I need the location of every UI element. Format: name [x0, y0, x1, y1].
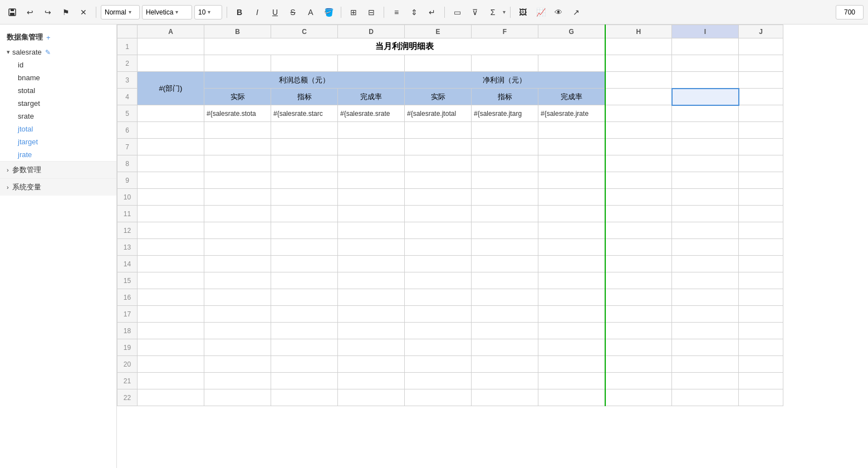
style-select[interactable]: Normal ▾: [101, 5, 140, 20]
spreadsheet-area[interactable]: A B C D E F G H I J 1 当月利润明细表: [117, 25, 868, 468]
cell-G2[interactable]: [538, 55, 605, 72]
col-header-G[interactable]: G: [538, 25, 605, 38]
field-srate[interactable]: srate: [0, 110, 116, 123]
row-num-18: 18: [117, 323, 138, 339]
cell-title[interactable]: 当月利润明细表: [204, 38, 605, 55]
field-jtotal[interactable]: jtotal: [0, 123, 116, 135]
cell-A5[interactable]: [138, 105, 204, 122]
cell-D4[interactable]: 完成率: [338, 89, 405, 105]
cell-H1[interactable]: [605, 38, 672, 55]
share-button[interactable]: ↗: [568, 4, 584, 20]
cell-E5[interactable]: #{salesrate.jtotal: [405, 105, 472, 122]
zoom-input[interactable]: [836, 5, 864, 20]
undo-button[interactable]: ↩: [22, 4, 38, 20]
wrap-button[interactable]: ↵: [424, 4, 440, 20]
align-button[interactable]: ≡: [389, 4, 404, 20]
table-row: 1 当月利润明细表: [117, 38, 783, 55]
size-label: 10: [198, 8, 205, 16]
sysvars-section[interactable]: › 系统变量: [0, 178, 116, 196]
field-bname[interactable]: bname: [0, 71, 116, 84]
cell-I1[interactable]: [672, 38, 739, 55]
eye-button[interactable]: 👁: [551, 4, 566, 20]
dataset-row[interactable]: ▾ salesrate ✎: [0, 46, 116, 58]
cell-net-profit[interactable]: 净利润（元）: [405, 72, 605, 89]
table-row: 19: [117, 339, 783, 356]
main-area: 数据集管理 + ▾ salesrate ✎ id bname stotal st…: [0, 25, 868, 468]
cell-J2[interactable]: [739, 55, 783, 72]
cell-E4[interactable]: 实际: [405, 89, 472, 105]
field-stotal[interactable]: stotal: [0, 84, 116, 97]
add-dataset-button[interactable]: +: [46, 33, 51, 42]
cell-H3[interactable]: [605, 72, 672, 89]
col-header-I[interactable]: I: [672, 25, 739, 38]
col-header-D[interactable]: D: [338, 25, 405, 38]
field-id[interactable]: id: [0, 58, 116, 71]
valign-button[interactable]: ⇕: [406, 4, 422, 20]
image-button[interactable]: 🖼: [515, 4, 531, 20]
sep1: [96, 7, 96, 18]
cell-C2[interactable]: [271, 55, 338, 72]
cell-profit-total[interactable]: 利润总额（元）: [204, 72, 405, 89]
cell-J4[interactable]: [739, 89, 783, 105]
chart-button[interactable]: 📈: [533, 4, 548, 20]
row-num-20: 20: [117, 356, 138, 373]
frame-button[interactable]: ▭: [449, 4, 465, 20]
cell-G4[interactable]: 完成率: [538, 89, 605, 105]
cell-I5[interactable]: [672, 105, 739, 122]
col-header-J[interactable]: J: [739, 25, 783, 38]
cell-J5[interactable]: [739, 105, 783, 122]
size-select[interactable]: 10 ▾: [194, 5, 222, 20]
save-button[interactable]: [4, 4, 20, 20]
field-jtarget[interactable]: jtarget: [0, 135, 116, 148]
cell-dept[interactable]: #(部门): [138, 72, 204, 105]
col-header-B[interactable]: B: [204, 25, 271, 38]
col-header-E[interactable]: E: [405, 25, 472, 38]
cell-D2[interactable]: [338, 55, 405, 72]
cell-B4[interactable]: 实际: [204, 89, 271, 105]
cell-G5[interactable]: #{salesrate.jrate: [538, 105, 605, 122]
cell-B5[interactable]: #{salesrate.stota: [204, 105, 271, 122]
strikethrough-button[interactable]: S: [285, 4, 301, 20]
cell-D5[interactable]: #{salesrate.srate: [338, 105, 405, 122]
cell-H5[interactable]: [605, 105, 672, 122]
cell-C5[interactable]: #{salesrate.starc: [271, 105, 338, 122]
cell-B2[interactable]: [204, 55, 271, 72]
fillcolor-button[interactable]: 🪣: [321, 4, 336, 20]
col-header-A[interactable]: A: [138, 25, 204, 38]
filter-button[interactable]: ⊽: [467, 4, 483, 20]
clear-button[interactable]: ✕: [76, 4, 91, 20]
cell-J3[interactable]: [739, 72, 783, 89]
cell-F5[interactable]: #{salesrate.jtarg: [472, 105, 538, 122]
font-select[interactable]: Helvetica ▾: [142, 5, 192, 20]
italic-button[interactable]: I: [249, 4, 265, 20]
col-header-H[interactable]: H: [605, 25, 672, 38]
col-header-F[interactable]: F: [472, 25, 538, 38]
cell-C4[interactable]: 指标: [271, 89, 338, 105]
toolbar: ↩ ↪ ⚑ ✕ Normal ▾ Helvetica ▾ 10 ▾ B I U …: [0, 0, 868, 25]
cell-I4[interactable]: [672, 89, 739, 105]
cell-A1[interactable]: [138, 38, 204, 55]
fontcolor-button[interactable]: A: [303, 4, 318, 20]
cell-A2[interactable]: [138, 55, 204, 72]
formula-button[interactable]: Σ: [485, 4, 501, 20]
redo-button[interactable]: ↪: [40, 4, 56, 20]
field-jrate[interactable]: jrate: [0, 148, 116, 161]
cell-F2[interactable]: [472, 55, 538, 72]
cell-F4[interactable]: 指标: [472, 89, 538, 105]
cell-H2[interactable]: [605, 55, 672, 72]
cell-E2[interactable]: [405, 55, 472, 72]
merge-button[interactable]: ⊟: [364, 4, 379, 20]
dataset-edit-icon[interactable]: ✎: [45, 48, 51, 56]
field-starget[interactable]: starget: [0, 97, 116, 110]
cell-I2[interactable]: [672, 55, 739, 72]
border-button[interactable]: ⊞: [346, 4, 361, 20]
flag-button[interactable]: ⚑: [58, 4, 73, 20]
row-num-11: 11: [117, 206, 138, 222]
bold-button[interactable]: B: [232, 4, 247, 20]
params-section[interactable]: › 参数管理: [0, 161, 116, 178]
cell-H4[interactable]: [605, 89, 672, 105]
cell-J1[interactable]: [739, 38, 783, 55]
underline-button[interactable]: U: [267, 4, 283, 20]
col-header-C[interactable]: C: [271, 25, 338, 38]
cell-I3[interactable]: [672, 72, 739, 89]
